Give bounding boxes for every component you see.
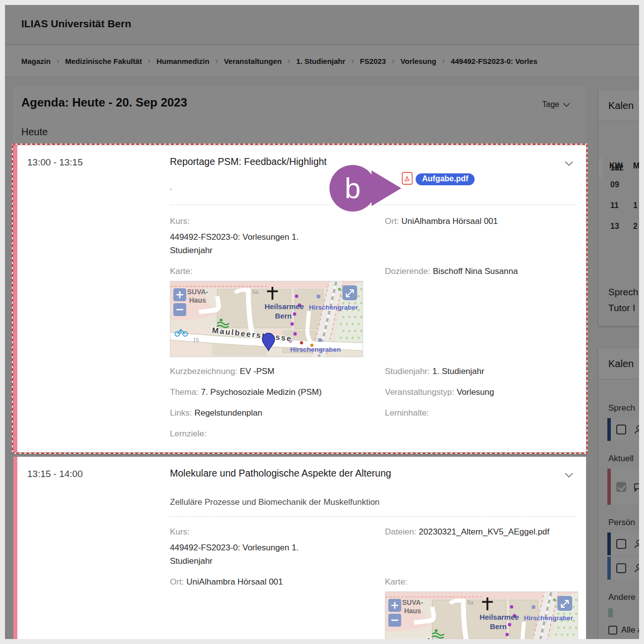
calendar-week-row[interactable]: 122 [598,158,602,178]
svg-text:5a: 5a [467,599,474,605]
svg-text:5a: 5a [252,289,259,295]
item-title: Molekulare und Pathologische Aspekte der… [170,468,551,479]
svg-text:Haus: Haus [404,607,421,615]
week-number[interactable]: 12 [610,163,619,172]
breadcrumb-link[interactable]: Medizinische Fakultät [65,57,142,65]
calendar-checkbox[interactable] [616,482,626,492]
map-zoom-out-button[interactable] [388,614,401,627]
field-label: Studienjahr: [385,367,430,376]
breadcrumb-separator-icon: › [288,56,290,65]
view-mode-label: Tage [542,100,559,109]
svg-text:Heilsarmee: Heilsarmee [480,613,519,621]
collapse-chevron-icon[interactable] [564,159,574,168]
calendar-checkbox[interactable] [616,539,626,549]
select-all-label: Alle a [621,625,639,635]
day-label: Heute [21,126,48,138]
item-details: Kurs:449492-FS2023-0: Vorlesungen 1. Stu… [170,525,578,639]
calendar-item [607,533,639,555]
collapse-chevron-icon[interactable] [564,471,574,480]
select-all-row: Alle a [608,625,639,635]
field-value: EV -PSM [240,367,274,376]
user-icon [633,563,639,574]
map-canvas[interactable]: SUVA-Haus5aHeilsarmeeBernHirschengraberH… [385,592,578,639]
week-number[interactable]: 13 [610,222,633,231]
calendar-week-row[interactable]: 132 [598,216,639,237]
calendar-item [607,469,639,505]
map-zoom-in-button[interactable] [173,288,186,301]
field-label: Lernziele: [170,429,207,438]
breadcrumb-link[interactable]: 449492-FS2023-0: Vorles [451,57,537,65]
field-label: Thema: [170,387,199,397]
field-value: 7. Psychosoziale Medizin (PSM) [201,387,322,397]
field-label: Kurzbezeichnung: [170,367,237,376]
screenshot-frame: ILIAS Universität Bern Magazin›Medizinis… [0,0,644,644]
select-all-checkbox[interactable] [608,626,617,635]
map-canvas[interactable]: SUVA-Haus5aHeilsarmeeBernHirschengraberH… [170,281,363,357]
chevron-down-icon [563,103,570,107]
svg-text:Bern: Bern [490,622,507,631]
field-link[interactable]: 20230321_Altern_KV5_AEggel.pdf [419,527,549,537]
legend-line: Sprech [608,284,638,300]
item-time: 13:15 - 14:00 [27,469,83,480]
breadcrumb-link[interactable]: Humanmedizin [157,57,210,65]
detail-field: Links:Regelstundenplan [170,406,341,420]
divider [170,205,576,205]
map-fullscreen-button[interactable] [342,285,357,300]
field-label: Kurs: [170,215,338,228]
detail-field: Ort:UniAlhambra Hörsaal 001 [170,575,341,589]
calendar-checkbox[interactable] [616,563,626,573]
pdf-file-icon [402,172,413,187]
svg-text:Hirschengraber: Hirschengraber [309,304,359,311]
item-title: Reportage PSM: Feedback/Highlight [170,156,551,167]
item-color-stripe [13,145,17,452]
calendar-week-row[interactable]: 09 [598,174,639,195]
breadcrumb-link[interactable]: 1. Studienjahr [296,57,345,65]
detail-field: Karte:SUVA-Haus5aHeilsarmeeBernHirscheng… [170,265,341,357]
panel-title: Kalen [598,348,639,379]
calendar-color-bar [607,533,611,555]
field-value: 449492-FS2023-0: Vorlesungen 1. Studienj… [170,230,341,257]
field-link[interactable]: Regelstundenplan [194,408,262,418]
calendar-item [607,418,639,441]
monday-date: 1 [633,201,639,210]
field-label: Lerninhalte: [385,408,429,418]
detail-field: Thema:7. Psychosoziale Medizin (PSM) [170,385,341,399]
breadcrumb: Magazin›Medizinische Fakultät›Humanmediz… [5,45,639,77]
agenda-item: 13:00 - 13:15 Reportage PSM: Feedback/Hi… [13,145,586,452]
breadcrumb-link[interactable]: Veranstaltungen [224,57,282,65]
breadcrumb-link[interactable]: Vorlesung [400,57,436,65]
week-number[interactable]: 09 [610,180,633,189]
breadcrumb-separator-icon: › [442,56,445,65]
calendar-selection-panel: Kalen SprechAktuellPersönAndere Alle a [598,348,639,639]
day-group-row: Heute [13,121,586,145]
calendar-group-label: Aktuell [608,454,639,464]
breadcrumb-link[interactable]: Magazin [21,57,51,65]
detail-field: Kurs:449492-FS2023-0: Vorlesungen 1. Stu… [170,215,341,257]
detail-field: Kurs:449492-FS2023-0: Vorlesungen 1. Stu… [170,525,341,568]
detail-field: Kurzbezeichnung:EV -PSM [170,365,341,378]
col-monday: M [633,161,639,170]
map-zoom-in-button[interactable] [388,599,401,612]
calendar-week-row[interactable]: 111 [598,195,639,216]
view-mode-dropdown[interactable]: Tage [539,100,573,109]
week-number[interactable]: 11 [610,201,633,210]
detail-field: Lerninhalte: [385,406,578,420]
calendar-group-label: Sprech [608,403,639,413]
breadcrumb-link[interactable]: FS2023 [360,57,386,65]
calendar-color-bar [607,418,611,441]
map-widget[interactable]: SUVA-Haus5aHeilsarmeeBernHirschengraberH… [170,281,363,357]
calendar-color-bar [607,469,611,505]
calendar-checkbox[interactable] [616,425,626,434]
attachment-link[interactable]: Aufgabe.pdf [416,173,475,185]
field-value: UniAlhambra Hörsaal 001 [186,577,283,587]
map-zoom-out-button[interactable] [173,303,186,316]
legend-line: Tutor I [608,300,638,316]
field-value: Vorlesung [457,387,494,397]
field-label: Kurs: [170,525,338,538]
svg-text:Bern: Bern [275,312,292,320]
map-fullscreen-button[interactable] [557,596,572,611]
field-label: Karte: [170,265,338,278]
calendar-groups: SprechAktuellPersönAndere [598,403,639,619]
map-widget[interactable]: SUVA-Haus5aHeilsarmeeBernHirschengraberH… [385,591,578,639]
item-details: Kurs:449492-FS2023-0: Vorlesungen 1. Stu… [170,215,578,440]
